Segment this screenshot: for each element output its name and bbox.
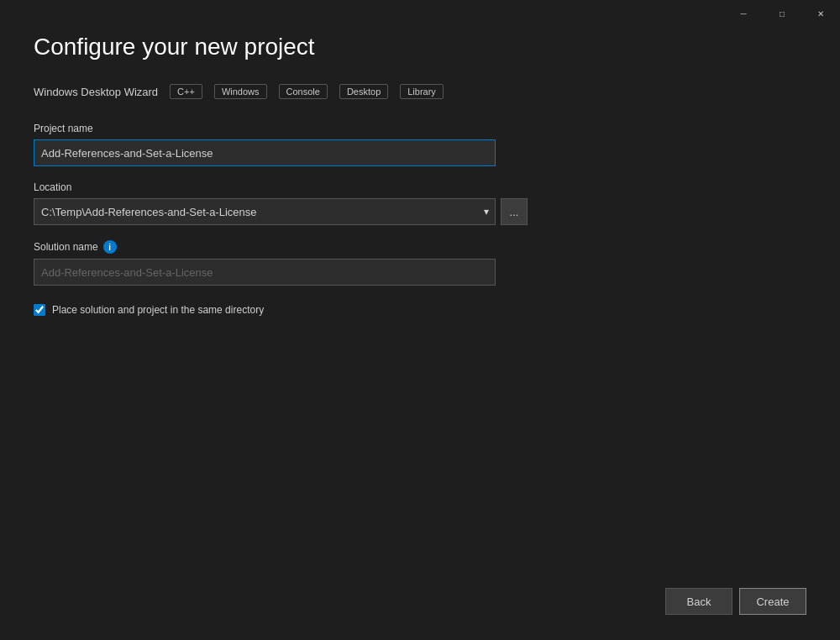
same-directory-checkbox[interactable] bbox=[34, 304, 45, 316]
same-directory-label[interactable]: Place solution and project in the same d… bbox=[52, 304, 264, 316]
location-label: Location bbox=[34, 181, 806, 193]
back-button[interactable]: Back bbox=[665, 588, 732, 615]
tag-desktop: Desktop bbox=[339, 84, 388, 99]
location-select[interactable]: C:\Temp\Add-References-and-Set-a-License bbox=[34, 198, 496, 225]
tag-console: Console bbox=[279, 84, 328, 99]
location-wrapper: C:\Temp\Add-References-and-Set-a-License bbox=[34, 198, 496, 225]
location-row: C:\Temp\Add-References-and-Set-a-License… bbox=[34, 198, 806, 225]
solution-name-label: Solution name i bbox=[34, 240, 806, 254]
solution-name-section: Solution name i bbox=[34, 240, 806, 286]
location-section: Location C:\Temp\Add-References-and-Set-… bbox=[34, 181, 806, 225]
main-content: Configure your new project Windows Deskt… bbox=[0, 0, 840, 640]
tag-windows: Windows bbox=[214, 84, 267, 99]
project-name-section: Project name bbox=[34, 123, 806, 166]
create-button[interactable]: Create bbox=[739, 588, 806, 615]
info-icon[interactable]: i bbox=[103, 240, 117, 254]
project-name-label: Project name bbox=[34, 123, 806, 134]
tag-cpp: C++ bbox=[170, 84, 202, 99]
browse-button[interactable]: ... bbox=[501, 198, 528, 225]
same-directory-row: Place solution and project in the same d… bbox=[34, 304, 806, 316]
project-name-input[interactable] bbox=[34, 139, 496, 166]
page-title: Configure your new project bbox=[34, 34, 806, 60]
bottom-bar: Back Create bbox=[665, 588, 806, 615]
tag-library: Library bbox=[400, 84, 444, 99]
solution-name-input[interactable] bbox=[34, 259, 496, 286]
wizard-header: Windows Desktop Wizard C++ Windows Conso… bbox=[34, 84, 806, 99]
wizard-name: Windows Desktop Wizard bbox=[34, 86, 158, 98]
